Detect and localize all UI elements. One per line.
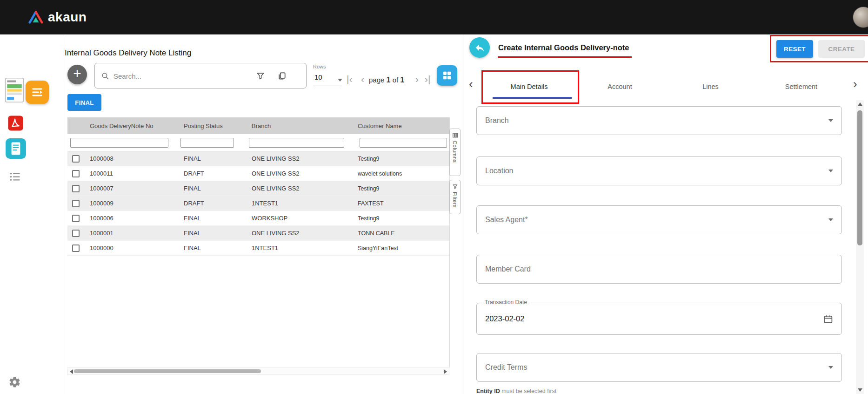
reset-button[interactable]: RESET: [776, 40, 813, 58]
delivery-note-doc-icon[interactable]: [5, 77, 24, 103]
columns-icon: [452, 132, 458, 138]
cell-goods-no: 1000001: [86, 230, 180, 237]
location-label: Location: [485, 167, 514, 175]
tab-account[interactable]: Account: [574, 76, 665, 97]
transaction-date-value: 2023-02-02: [485, 314, 524, 323]
table-header-row: Goods DeliveryNote No Posting Status Bra…: [67, 117, 449, 134]
user-avatar[interactable]: [853, 7, 868, 28]
header-goods-no[interactable]: Goods DeliveryNote No: [86, 122, 180, 129]
invoice-app-icon[interactable]: [5, 138, 27, 159]
search-input[interactable]: [114, 70, 244, 82]
menu-open-button[interactable]: [26, 81, 49, 104]
grid-view-button[interactable]: [437, 65, 457, 86]
filters-icon: [452, 183, 458, 190]
table-row[interactable]: 1000011 DRAFT ONE LIVING SS2 wavelet sol…: [67, 166, 449, 181]
last-page-button[interactable]: ›|: [425, 74, 430, 85]
chevron-down-icon: [828, 218, 833, 221]
create-button[interactable]: CREATE: [818, 40, 865, 58]
horizontal-scrollbar-thumb[interactable]: [74, 369, 261, 373]
create-panel-tabs: Main Details Account Lines Settlement: [484, 76, 847, 97]
menu-open-icon: [31, 86, 44, 99]
filters-side-tab[interactable]: Filters: [449, 180, 461, 214]
settings-gear-icon[interactable]: [8, 376, 21, 388]
location-select[interactable]: Location: [476, 156, 842, 185]
prev-page-button[interactable]: ‹: [361, 74, 364, 85]
entity-id-hint-text: must be selected first: [500, 388, 557, 394]
cell-status: DRAFT: [180, 170, 248, 177]
chevron-down-icon: [828, 366, 833, 369]
calendar-icon[interactable]: [823, 314, 833, 324]
table-row[interactable]: 1000000 FINAL 1NTEST1 SiangYiFanTest: [67, 241, 449, 256]
cell-status: FINAL: [180, 155, 248, 162]
cell-goods-no: 1000006: [86, 215, 180, 222]
back-button[interactable]: [469, 37, 490, 58]
rows-per-page-select[interactable]: 10: [314, 73, 322, 81]
table-row[interactable]: 1000008 FINAL ONE LIVING SS2 Testing9: [67, 151, 449, 166]
copy-pages-icon[interactable]: [277, 71, 287, 81]
table-row[interactable]: 1000006 FINAL WORKSHOP Testing9: [67, 211, 449, 226]
logo-text: akaun: [48, 10, 87, 25]
horizontal-scrollbar[interactable]: [67, 367, 449, 375]
first-page-button[interactable]: |‹: [347, 74, 352, 85]
scroll-down-arrow-icon[interactable]: [858, 388, 862, 392]
add-record-button[interactable]: +: [67, 65, 87, 84]
filter-input-goods-no[interactable]: [70, 138, 168, 148]
cell-status: DRAFT: [180, 200, 248, 207]
page-current: 1: [387, 76, 391, 84]
cell-customer: FAXTEST: [354, 200, 449, 207]
sales-agent-label: Sales Agent*: [485, 216, 528, 224]
cell-customer: wavelet solutions: [354, 170, 449, 177]
cell-status: FINAL: [180, 245, 248, 251]
scroll-up-arrow-icon[interactable]: [858, 102, 862, 106]
filter-input-posting-status[interactable]: [180, 138, 234, 148]
cell-branch: ONE LIVING SS2: [248, 185, 354, 192]
vertical-scrollbar-thumb[interactable]: [857, 110, 862, 245]
scroll-right-arrow-icon[interactable]: [444, 369, 447, 374]
rows-select-underline: [313, 86, 342, 86]
next-page-button[interactable]: ›: [415, 74, 419, 85]
credit-terms-label: Credit Terms: [485, 363, 527, 372]
row-checkbox[interactable]: [72, 245, 80, 252]
cell-status: FINAL: [180, 215, 248, 222]
app-sidebar: [0, 34, 64, 394]
vertical-scrollbar[interactable]: [856, 100, 864, 394]
filter-input-customer-name[interactable]: [360, 138, 447, 148]
list-icon[interactable]: [9, 170, 21, 183]
sales-agent-select[interactable]: Sales Agent*: [476, 205, 842, 234]
chevron-down-icon: [828, 170, 833, 172]
tabs-scroll-left-icon[interactable]: ‹: [469, 78, 473, 90]
pdf-icon[interactable]: [7, 115, 24, 131]
table-row[interactable]: 1000001 FINAL ONE LIVING SS2 TONN CABLE: [67, 226, 449, 241]
row-checkbox[interactable]: [72, 200, 80, 207]
row-checkbox[interactable]: [72, 185, 80, 192]
filter-input-branch[interactable]: [249, 138, 344, 148]
credit-terms-select[interactable]: Credit Terms: [476, 353, 842, 382]
scroll-left-arrow-icon[interactable]: [70, 369, 73, 374]
cell-goods-no: 1000007: [86, 185, 180, 192]
table-row[interactable]: 1000009 DRAFT 1NTEST1 FAXTEST: [67, 196, 449, 211]
table-row[interactable]: 1000007 FINAL ONE LIVING SS2 Testing9: [67, 181, 449, 196]
transaction-date-field[interactable]: Transaction Date 2023-02-02: [476, 303, 842, 335]
tab-main-details[interactable]: Main Details: [484, 76, 574, 97]
header-branch[interactable]: Branch: [248, 122, 354, 129]
create-panel-title: Create Internal Goods Delivery-note: [498, 43, 629, 52]
member-card-field[interactable]: Member Card: [476, 255, 842, 284]
akaun-logo-icon: [28, 10, 44, 24]
status-filter-chip[interactable]: FINAL: [67, 94, 101, 111]
tab-lines[interactable]: Lines: [665, 76, 756, 97]
row-checkbox[interactable]: [72, 230, 80, 237]
branch-select[interactable]: Branch: [476, 106, 842, 135]
page-label: page: [369, 76, 384, 84]
header-posting-status[interactable]: Posting Status: [180, 122, 248, 129]
entity-id-hint: Entity ID must be selected first: [476, 388, 556, 394]
header-customer-name[interactable]: Customer Name: [354, 122, 449, 129]
cell-customer: Testing9: [354, 185, 449, 192]
filter-funnel-icon[interactable]: [256, 71, 265, 81]
cell-customer: Testing9: [354, 215, 449, 222]
row-checkbox[interactable]: [72, 170, 80, 177]
tabs-scroll-right-icon[interactable]: ›: [853, 78, 857, 90]
tab-settlement[interactable]: Settlement: [756, 76, 847, 97]
columns-side-tab[interactable]: Columns: [449, 129, 461, 176]
row-checkbox[interactable]: [72, 155, 80, 163]
row-checkbox[interactable]: [72, 215, 80, 222]
